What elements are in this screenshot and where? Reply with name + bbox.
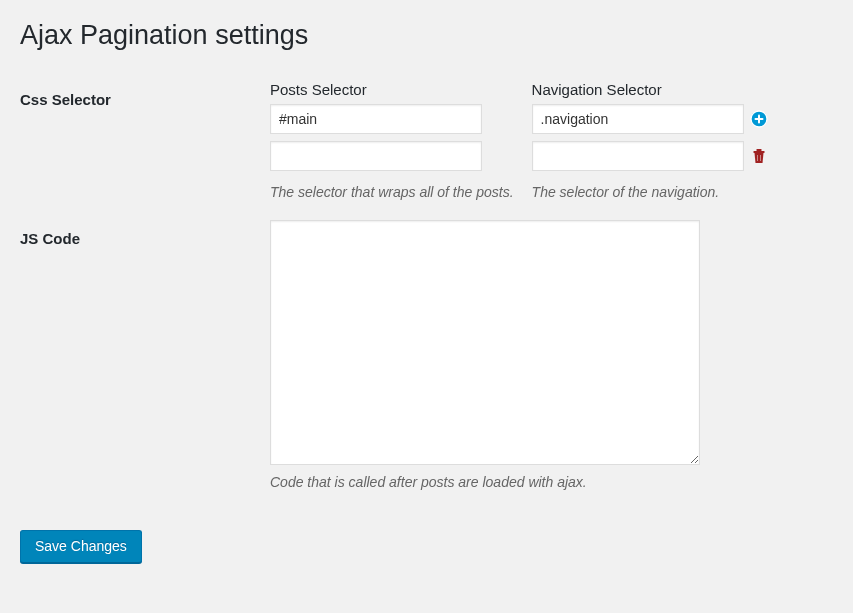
svg-rect-5 xyxy=(757,155,758,161)
posts-selector-label: Posts Selector xyxy=(270,81,514,98)
plus-circle-icon[interactable] xyxy=(750,110,768,128)
navigation-selector-input-0[interactable] xyxy=(532,104,744,134)
navigation-selector-input-1[interactable] xyxy=(532,141,744,171)
selector-row xyxy=(532,141,768,171)
trash-icon[interactable] xyxy=(750,147,768,165)
js-code-description: Code that is called after posts are load… xyxy=(270,474,833,490)
posts-selector-input-0[interactable] xyxy=(270,104,482,134)
settings-form-table: Css Selector Posts Selector The selector… xyxy=(20,81,833,510)
selector-row xyxy=(532,104,768,134)
selector-row xyxy=(270,141,514,171)
submit-wrap: Save Changes xyxy=(20,530,833,563)
js-code-textarea[interactable] xyxy=(270,220,700,465)
selector-row xyxy=(270,104,514,134)
posts-selector-column: Posts Selector The selector that wraps a… xyxy=(270,81,514,200)
css-selector-label: Css Selector xyxy=(20,81,270,220)
save-button[interactable]: Save Changes xyxy=(20,530,142,563)
svg-rect-6 xyxy=(760,155,761,161)
page-title: Ajax Pagination settings xyxy=(20,20,833,51)
js-code-row: JS Code Code that is called after posts … xyxy=(20,220,833,510)
posts-selector-description: The selector that wraps all of the posts… xyxy=(270,184,514,200)
css-selector-row: Css Selector Posts Selector The selector… xyxy=(20,81,833,220)
posts-selector-input-1[interactable] xyxy=(270,141,482,171)
svg-rect-2 xyxy=(754,118,763,120)
navigation-selector-description: The selector of the navigation. xyxy=(532,184,768,200)
svg-rect-4 xyxy=(753,151,764,153)
svg-rect-3 xyxy=(756,149,761,151)
selector-columns: Posts Selector The selector that wraps a… xyxy=(270,81,833,200)
js-code-label: JS Code xyxy=(20,220,270,510)
navigation-selector-label: Navigation Selector xyxy=(532,81,768,98)
navigation-selector-column: Navigation Selector xyxy=(532,81,768,200)
